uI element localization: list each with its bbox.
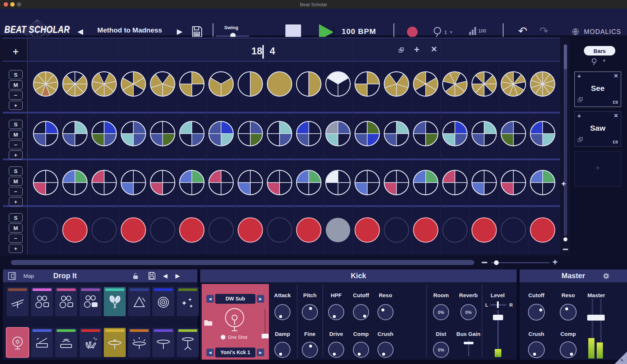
mute-button-row1[interactable]: M bbox=[9, 80, 23, 89]
grid-zoom-handle[interactable] bbox=[494, 260, 499, 265]
beat-pie-r3-c17[interactable] bbox=[500, 169, 527, 198]
sample-next-button[interactable]: ▶ bbox=[257, 349, 264, 356]
beat-pie-r3-c15[interactable] bbox=[441, 169, 468, 198]
quantize-control[interactable]: 1 ▼ bbox=[433, 26, 453, 38]
sample-name[interactable]: Yoni's Kck 1 bbox=[215, 348, 255, 357]
beat-pie-r4-c14[interactable] bbox=[412, 217, 439, 245]
row-zoom-handle[interactable] bbox=[563, 237, 567, 241]
row-zoom-in-button[interactable]: + bbox=[561, 179, 566, 189]
beat-pie-r4-c3[interactable] bbox=[91, 217, 118, 245]
beat-pie-r4-c1[interactable] bbox=[32, 217, 59, 245]
delete-bar-card-icon[interactable]: ✕ bbox=[613, 73, 618, 79]
bank-next-button[interactable]: ▶ bbox=[257, 295, 264, 303]
grid-zoom-in-button[interactable]: + bbox=[552, 257, 558, 267]
timesig-numerator[interactable]: 18 bbox=[244, 46, 262, 57]
beat-pie-r1-c15[interactable] bbox=[441, 70, 468, 99]
drum-pad-ride-cymbal[interactable] bbox=[152, 328, 174, 357]
grid-zoom-slider[interactable] bbox=[491, 262, 550, 263]
beat-pie-r4-c16[interactable] bbox=[471, 217, 498, 245]
beat-pie-r1-c9[interactable] bbox=[266, 70, 293, 99]
bar-card-saw[interactable]: +✕SawC0 bbox=[574, 111, 621, 147]
beat-pie-r4-c2[interactable] bbox=[61, 217, 88, 245]
beat-pie-r2-c6[interactable] bbox=[178, 120, 205, 149]
level-fader-handle[interactable] bbox=[493, 315, 503, 320]
preset-name[interactable]: Method to Madness bbox=[91, 26, 168, 34]
beat-pie-r3-c4[interactable] bbox=[120, 169, 147, 198]
beat-pie-r1-c14[interactable] bbox=[412, 70, 439, 99]
minimize-button[interactable] bbox=[10, 2, 15, 7]
beat-pie-r1-c3[interactable] bbox=[91, 70, 118, 99]
beat-pie-r3-c10[interactable] bbox=[295, 169, 322, 198]
beat-pie-r1-c16[interactable] bbox=[471, 70, 498, 99]
beat-pie-r4-c17[interactable] bbox=[500, 217, 527, 245]
beat-pie-r2-c3[interactable] bbox=[91, 120, 118, 149]
knob-attack[interactable] bbox=[274, 304, 290, 320]
bar-card-empty[interactable]: + bbox=[574, 151, 621, 187]
duplicate-bar-icon[interactable] bbox=[399, 47, 404, 54]
drum-pad-sparkles[interactable] bbox=[177, 287, 199, 316]
beat-pie-r2-c10[interactable] bbox=[295, 120, 322, 149]
beat-pie-r2-c2[interactable] bbox=[61, 120, 88, 149]
drum-pad-triangle-instrument[interactable] bbox=[128, 287, 150, 316]
beat-pie-r2-c18[interactable] bbox=[529, 120, 556, 149]
undo-button[interactable]: ↶ bbox=[518, 26, 527, 37]
beat-pie-r1-c12[interactable] bbox=[354, 70, 381, 99]
beat-pie-r4-c15[interactable] bbox=[441, 217, 468, 245]
bpm-display[interactable]: 100 BPM bbox=[342, 27, 385, 36]
drum-pad-shakers[interactable] bbox=[104, 287, 126, 316]
beat-pie-r1-c17[interactable] bbox=[500, 70, 527, 99]
beat-pie-r2-c8[interactable] bbox=[237, 120, 264, 149]
add-division-button-row4[interactable]: + bbox=[9, 244, 23, 253]
gear-icon[interactable] bbox=[602, 272, 610, 280]
drum-pad-snare[interactable] bbox=[31, 328, 53, 357]
horizontal-scrollbar[interactable] bbox=[11, 260, 474, 265]
beat-pie-r2-c9[interactable] bbox=[266, 120, 293, 149]
drum-pad-buzz-snare[interactable] bbox=[55, 328, 77, 357]
drum-pad-china-cymbal[interactable] bbox=[104, 328, 126, 357]
delete-bar-card-icon[interactable]: ✕ bbox=[613, 112, 618, 119]
beat-pie-r1-c18[interactable] bbox=[529, 70, 556, 99]
beat-pie-r1-c8[interactable] bbox=[237, 70, 264, 99]
sample-volume-handle[interactable] bbox=[262, 334, 269, 338]
chevron-down-icon[interactable]: ▼ bbox=[449, 30, 453, 34]
mute-button-row3[interactable]: M bbox=[9, 177, 23, 186]
knob-reso[interactable] bbox=[377, 304, 394, 320]
beat-pie-r3-c6[interactable] bbox=[178, 169, 205, 198]
remove-division-button-row3[interactable]: − bbox=[9, 187, 23, 196]
beat-pie-r2-c14[interactable] bbox=[412, 120, 439, 149]
duplicate-bar-card-icon[interactable] bbox=[578, 137, 583, 143]
beat-pie-r1-c11[interactable] bbox=[324, 70, 352, 99]
delete-bar-button[interactable]: ✕ bbox=[431, 45, 437, 54]
sample-prev-button[interactable]: ◀ bbox=[206, 349, 214, 356]
add-bar-card-button[interactable]: + bbox=[575, 164, 621, 172]
add-to-bar-icon[interactable]: + bbox=[577, 73, 581, 80]
beat-pie-r3-c13[interactable] bbox=[383, 169, 410, 198]
beat-pie-r2-c7[interactable] bbox=[208, 120, 235, 149]
sort-caret-icon[interactable]: ▼ bbox=[602, 58, 606, 63]
beat-pie-r1-c10[interactable] bbox=[295, 70, 322, 99]
beat-pie-r2-c4[interactable] bbox=[120, 120, 147, 149]
add-to-bar-icon[interactable]: + bbox=[577, 112, 581, 120]
bank-name[interactable]: DW Sub bbox=[215, 294, 255, 304]
kit-prev-button[interactable]: ◀ bbox=[163, 272, 167, 279]
drum-pad-clap[interactable] bbox=[80, 328, 102, 357]
drum-pad-kick-drum[interactable] bbox=[7, 328, 28, 357]
beat-pie-r4-c10[interactable] bbox=[295, 217, 322, 245]
bank-prev-button[interactable]: ◀ bbox=[206, 295, 214, 303]
beat-pie-r1-c6[interactable] bbox=[178, 70, 205, 99]
beat-pie-r1-c1[interactable] bbox=[32, 70, 59, 99]
beat-pie-r4-c12[interactable] bbox=[354, 217, 381, 245]
drum-pad-target[interactable] bbox=[152, 287, 174, 316]
bars-tab[interactable]: Bars bbox=[584, 46, 615, 55]
knob-comp[interactable] bbox=[560, 341, 577, 358]
kit-next-button[interactable]: ▶ bbox=[175, 272, 180, 279]
pan-handle[interactable] bbox=[497, 301, 499, 308]
mute-button-row2[interactable]: M bbox=[9, 130, 23, 139]
record-button[interactable] bbox=[407, 27, 418, 37]
add-division-button-row3[interactable]: + bbox=[9, 197, 23, 206]
redo-button[interactable]: ↷ bbox=[539, 26, 548, 37]
remove-division-button-row2[interactable]: − bbox=[9, 140, 23, 149]
knob-cutoff[interactable] bbox=[353, 304, 369, 320]
beat-pie-r3-c16[interactable] bbox=[471, 169, 498, 198]
knob-dist[interactable]: 0% bbox=[433, 342, 449, 358]
